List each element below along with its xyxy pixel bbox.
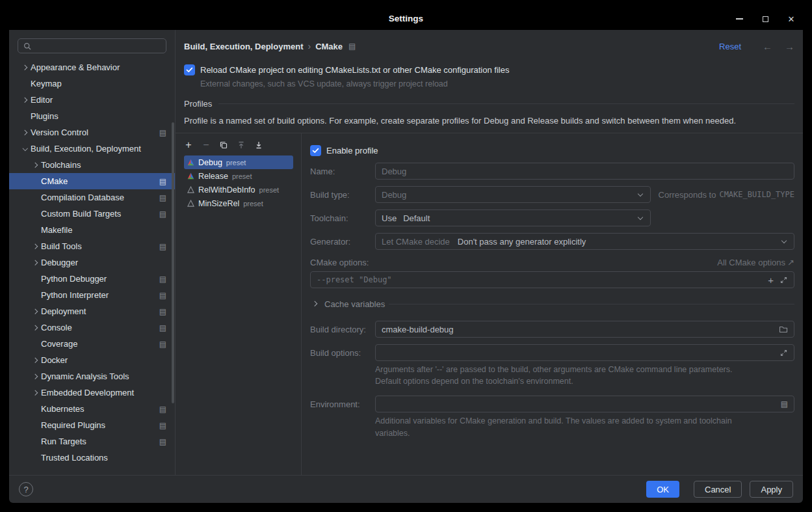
cache-variables-toggle[interactable]: Cache variables — [310, 299, 794, 309]
move-up-icon — [237, 141, 246, 150]
profile-details-panel: Enable profile Name: Debug Build type: D… — [302, 133, 803, 475]
profile-item-relwithdebinfo[interactable]: RelWithDebInfo preset — [184, 183, 293, 196]
enable-profile-label: Enable profile — [326, 146, 378, 155]
add-option-icon[interactable]: + — [768, 275, 774, 285]
build-options-field[interactable] — [375, 344, 794, 361]
profile-item-minsizerel[interactable]: MinSizeRel preset — [184, 196, 293, 210]
indent-spacer — [31, 453, 41, 463]
profile-name: MinSizeRel — [198, 199, 239, 208]
cmake-options-field[interactable]: --preset "Debug" + — [310, 271, 794, 288]
folder-icon[interactable] — [779, 325, 788, 333]
help-button[interactable]: ? — [19, 482, 33, 496]
chevron-down-icon[interactable] — [20, 144, 31, 154]
move-down-button[interactable] — [254, 140, 264, 150]
environment-field[interactable]: ▤ — [375, 396, 794, 412]
profile-name: Debug — [198, 158, 222, 167]
sidebar-item-deployment[interactable]: Deployment▤ — [9, 303, 175, 319]
back-arrow-icon[interactable]: ← — [763, 41, 772, 52]
all-cmake-options-link[interactable]: All CMake options ↗ — [717, 258, 794, 267]
breadcrumb-cmake[interactable]: CMake — [315, 42, 343, 51]
ok-button[interactable]: OK — [646, 481, 679, 498]
profile-preset-tag: preset — [243, 200, 263, 208]
minimize-button[interactable] — [734, 14, 744, 24]
chevron-right-icon[interactable] — [31, 241, 41, 252]
chevron-right-icon[interactable] — [20, 62, 31, 73]
sidebar-item-console[interactable]: Console▤ — [9, 319, 175, 336]
chevron-right-icon[interactable] — [31, 371, 41, 382]
help-icon: ? — [23, 485, 28, 494]
cancel-button[interactable]: Cancel — [694, 481, 742, 498]
sidebar-item-build-tools[interactable]: Build Tools▤ — [9, 238, 175, 254]
reload-cmake-checkbox[interactable] — [184, 64, 195, 75]
sidebar-item-appearance-behavior[interactable]: Appearance & Behavior — [9, 59, 175, 75]
profiles-list-panel: + − Debug preset — [176, 133, 302, 475]
close-button[interactable]: ✕ — [786, 14, 796, 24]
sidebar-item-build-execution-deployment[interactable]: Build, Execution, Deployment — [9, 141, 175, 157]
add-profile-button[interactable]: + — [183, 140, 194, 150]
sidebar-item-cmake[interactable]: CMake▤ — [9, 173, 175, 189]
generator-combo[interactable]: Let CMake decide Don't pass any generato… — [375, 233, 794, 250]
sidebar-item-run-targets[interactable]: Run Targets▤ — [9, 433, 175, 450]
sidebar-item-trusted-locations[interactable]: Trusted Locations — [9, 450, 175, 466]
move-up-button[interactable] — [236, 140, 246, 150]
breadcrumb-build-execution-deployment[interactable]: Build, Execution, Deployment — [184, 42, 303, 51]
reset-link[interactable]: Reset — [719, 42, 741, 51]
chevron-right-icon[interactable] — [20, 95, 31, 105]
sidebar-item-version-control[interactable]: Version Control▤ — [9, 124, 175, 141]
sidebar-item-compilation-database[interactable]: Compilation Database▤ — [9, 189, 175, 206]
chevron-right-icon[interactable] — [31, 160, 41, 170]
maximize-button[interactable] — [760, 14, 770, 24]
sidebar-item-coverage[interactable]: Coverage▤ — [9, 336, 175, 352]
sidebar-item-debugger[interactable]: Debugger — [9, 254, 175, 271]
sidebar-scrollbar[interactable] — [172, 122, 174, 403]
project-settings-icon: ▤ — [159, 129, 166, 137]
variables-list-icon[interactable]: ▤ — [781, 400, 788, 408]
sidebar-item-dynamic-analysis-tools[interactable]: Dynamic Analysis Tools — [9, 368, 175, 384]
profile-item-debug[interactable]: Debug preset — [184, 155, 293, 169]
forward-arrow-icon[interactable]: → — [785, 41, 794, 52]
sidebar-item-plugins[interactable]: Plugins — [9, 108, 175, 124]
sidebar-item-makefile[interactable]: Makefile — [9, 222, 175, 238]
breadcrumb-separator-icon: › — [308, 41, 311, 51]
apply-button[interactable]: Apply — [750, 481, 793, 498]
minus-icon: − — [203, 140, 209, 150]
chevron-right-icon[interactable] — [20, 128, 31, 138]
name-field[interactable]: Debug — [375, 163, 794, 180]
expand-field-icon[interactable] — [779, 276, 788, 284]
chevron-right-icon[interactable] — [31, 355, 41, 366]
chevron-right-icon[interactable] — [31, 323, 41, 333]
sidebar-item-keymap[interactable]: Keymap — [9, 75, 175, 92]
indent-spacer — [31, 209, 41, 219]
search-input[interactable] — [34, 41, 161, 51]
profile-preset-tag: preset — [226, 159, 246, 167]
sidebar-item-required-plugins[interactable]: Required Plugins▤ — [9, 417, 175, 433]
settings-sidebar: Appearance & Behavior Keymap Editor Plug… — [9, 30, 176, 475]
build-type-combo[interactable]: Debug — [375, 186, 651, 203]
chevron-right-icon[interactable] — [31, 388, 41, 398]
copy-profile-button[interactable] — [218, 140, 229, 150]
sidebar-item-python-interpreter[interactable]: Python Interpreter▤ — [9, 287, 175, 303]
sidebar-item-python-debugger[interactable]: Python Debugger▤ — [9, 271, 175, 287]
build-directory-field[interactable]: cmake-build-debug — [375, 321, 794, 338]
sidebar-item-custom-build-targets[interactable]: Custom Build Targets▤ — [9, 206, 175, 222]
sidebar-item-toolchains[interactable]: Toolchains — [9, 157, 175, 173]
profiles-list: Debug preset Release preset RelWithDebIn… — [176, 155, 301, 210]
expand-field-icon[interactable] — [779, 349, 788, 357]
move-down-icon — [254, 141, 263, 150]
name-label: Name: — [310, 167, 375, 176]
sidebar-item-embedded-development[interactable]: Embedded Development — [9, 384, 175, 401]
sidebar-item-kubernetes[interactable]: Kubernetes▤ — [9, 401, 175, 417]
chevron-right-icon[interactable] — [31, 306, 41, 317]
enable-profile-checkbox[interactable] — [310, 145, 321, 156]
sidebar-item-editor[interactable]: Editor — [9, 92, 175, 108]
chevron-right-icon[interactable] — [31, 258, 41, 268]
sidebar-item-docker[interactable]: Docker — [9, 352, 175, 368]
settings-search[interactable] — [18, 38, 166, 53]
titlebar[interactable]: Settings ✕ — [0, 0, 812, 30]
project-settings-icon: ▤ — [159, 178, 166, 185]
profile-item-release[interactable]: Release preset — [184, 169, 293, 183]
build-type-hint: Corresponds to CMAKE_BUILD_TYPE — [659, 190, 794, 200]
toolchain-combo[interactable]: Use Default — [375, 209, 651, 226]
remove-profile-button[interactable]: − — [201, 140, 211, 150]
environment-hint: Additional variables for CMake generatio… — [375, 415, 794, 438]
